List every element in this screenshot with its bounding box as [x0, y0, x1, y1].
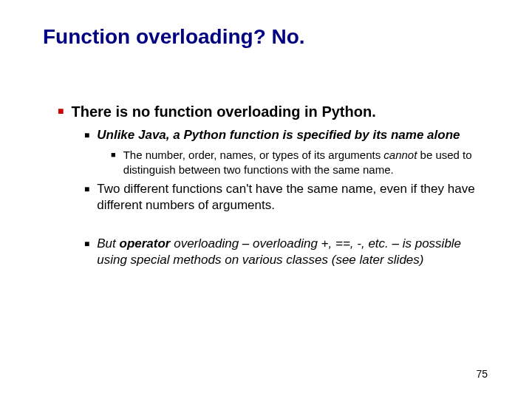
square-bullet-icon: ■: [84, 184, 89, 214]
square-bullet-icon: ■: [84, 239, 89, 268]
square-bullet-icon: ■: [58, 105, 64, 121]
bullet-level3: ■ The number, order, names, or types of …: [111, 148, 488, 177]
page-number: 75: [476, 368, 488, 380]
slide-body: ■ There is no function overloading in Py…: [0, 49, 532, 268]
bullet-level2: ■ Unlike Java, a Python function is spec…: [84, 127, 488, 143]
square-bullet-icon: ■: [111, 150, 116, 177]
bullet-level1: ■ There is no function overloading in Py…: [58, 102, 488, 121]
square-bullet-icon: ■: [84, 130, 89, 143]
bullet-text: But operator overloading – overloading +…: [97, 236, 488, 268]
bullet-text: The number, order, names, or types of it…: [123, 148, 488, 177]
bullet-text: Two different functions can't have the s…: [97, 181, 488, 214]
slide-title: Function overloading? No.: [0, 0, 532, 49]
bullet-level2: ■ Two different functions can't have the…: [84, 181, 488, 214]
bullet-level2: ■ But operator overloading – overloading…: [84, 236, 488, 268]
bullet-text: Unlike Java, a Python function is specif…: [97, 127, 460, 143]
bullet-text: There is no function overloading in Pyth…: [71, 102, 375, 121]
